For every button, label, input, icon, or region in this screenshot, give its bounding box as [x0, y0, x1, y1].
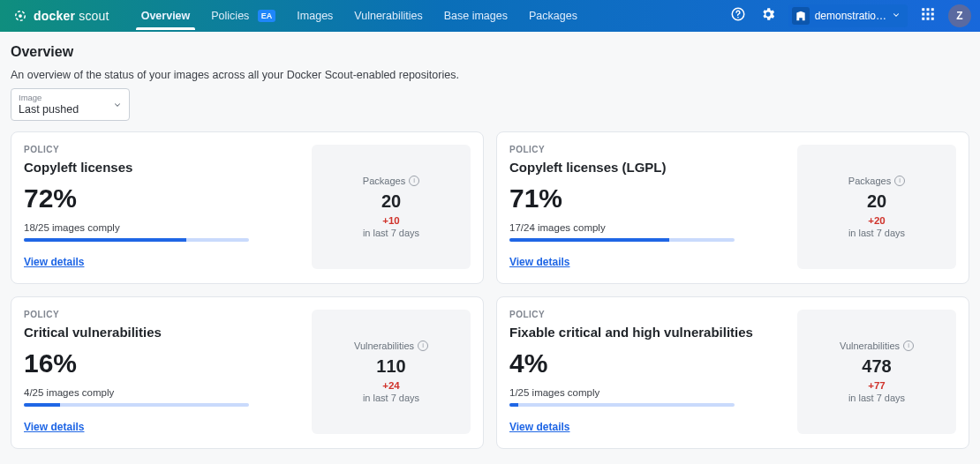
building-icon	[792, 7, 810, 25]
side-days: in last 7 days	[363, 228, 419, 238]
page-title: Overview	[11, 44, 969, 60]
user-avatar[interactable]: Z	[948, 4, 971, 27]
card-compliance: 1/25 images comply	[509, 387, 788, 398]
card-title: Copyleft licenses	[24, 160, 303, 175]
side-days: in last 7 days	[363, 393, 419, 403]
side-value: 110	[376, 356, 405, 377]
card-side-panel: Packages i 20 +10 in last 7 days	[312, 145, 471, 269]
card-compliance: 4/25 images comply	[24, 387, 303, 398]
card-eyebrow: POLICY	[509, 145, 788, 154]
gear-icon	[760, 6, 776, 26]
card-side-panel: Vulnerabilities i 478 +77 in last 7 days	[797, 310, 956, 434]
compliance-bar-fill	[24, 403, 60, 407]
compliance-bar	[509, 238, 735, 242]
card-compliance: 18/25 images comply	[24, 222, 303, 233]
tab-label: Policies	[211, 10, 249, 22]
side-value: 20	[381, 191, 401, 212]
policy-card: POLICY Copyleft licenses (LGPL) 71% 17/2…	[496, 131, 969, 284]
image-picker-label: Image	[19, 93, 122, 102]
tab-vulnerabilities[interactable]: Vulnerabilities	[345, 2, 431, 30]
compliance-bar	[24, 403, 249, 407]
view-details-link[interactable]: View details	[24, 421, 84, 433]
side-delta: +24	[382, 380, 400, 391]
brand[interactable]: docker scout	[12, 8, 109, 24]
compliance-bar	[24, 238, 249, 242]
chevron-down-icon	[113, 97, 122, 113]
avatar-initial: Z	[956, 10, 962, 22]
ea-badge: EA	[258, 10, 276, 22]
tab-packages[interactable]: Packages	[520, 2, 586, 30]
tab-label: Base images	[444, 10, 508, 22]
view-details-link[interactable]: View details	[509, 421, 569, 433]
svg-rect-8	[927, 13, 930, 16]
side-header: Vulnerabilities i	[354, 341, 428, 351]
org-switcher[interactable]: demonstratio…	[788, 4, 908, 27]
tab-label: Images	[297, 10, 333, 22]
tab-label: Overview	[141, 10, 191, 22]
card-compliance: 17/24 images comply	[509, 222, 788, 233]
docker-scout-logo-icon	[12, 8, 28, 24]
card-title: Copyleft licenses (LGPL)	[509, 160, 788, 175]
card-percent: 16%	[24, 348, 303, 378]
side-value: 20	[867, 191, 886, 212]
brand-text: docker scout	[34, 9, 109, 23]
nav-tabs: Overview Policies EA Images Vulnerabilit…	[132, 2, 586, 30]
tab-overview[interactable]: Overview	[132, 2, 200, 30]
side-delta: +77	[868, 380, 886, 391]
apps-grid-icon	[920, 6, 936, 26]
compliance-bar	[509, 403, 735, 407]
side-header: Vulnerabilities i	[840, 341, 914, 351]
svg-point-1	[19, 14, 22, 18]
org-name: demonstratio…	[815, 10, 886, 22]
view-details-link[interactable]: View details	[509, 256, 569, 268]
tab-policies[interactable]: Policies EA	[202, 2, 284, 30]
card-eyebrow: POLICY	[509, 310, 788, 319]
compliance-bar-fill	[509, 238, 669, 242]
svg-rect-10	[922, 18, 924, 20]
image-picker-value: Last pushed	[19, 103, 122, 116]
policy-card: POLICY Critical vulnerabilities 16% 4/25…	[11, 296, 484, 449]
tab-images[interactable]: Images	[288, 2, 342, 30]
apps-button[interactable]	[918, 6, 938, 26]
policy-cards-grid: POLICY Copyleft licenses 72% 18/25 image…	[11, 131, 969, 449]
compliance-bar-fill	[509, 403, 518, 407]
side-header: Packages i	[363, 176, 419, 186]
card-percent: 71%	[509, 183, 788, 213]
info-icon[interactable]: i	[409, 176, 419, 186]
info-icon[interactable]: i	[418, 341, 428, 351]
card-title: Fixable critical and high vulnerabilitie…	[509, 325, 788, 340]
nav-actions: demonstratio… Z	[728, 4, 971, 27]
side-days: in last 7 days	[848, 228, 905, 238]
svg-rect-11	[927, 18, 930, 20]
card-eyebrow: POLICY	[24, 145, 303, 154]
policy-card: POLICY Fixable critical and high vulnera…	[496, 296, 969, 449]
info-icon[interactable]: i	[903, 341, 914, 351]
svg-rect-6	[931, 8, 934, 11]
top-nav: docker scout Overview Policies EA Images…	[0, 0, 980, 32]
policy-card: POLICY Copyleft licenses 72% 18/25 image…	[11, 131, 484, 284]
svg-rect-9	[931, 13, 934, 16]
svg-rect-4	[922, 8, 924, 11]
card-percent: 72%	[24, 183, 303, 213]
tab-base-images[interactable]: Base images	[435, 2, 516, 30]
side-delta: +20	[868, 215, 886, 226]
card-percent: 4%	[509, 348, 788, 378]
settings-button[interactable]	[758, 6, 778, 26]
side-value: 478	[862, 356, 891, 377]
card-side-panel: Packages i 20 +20 in last 7 days	[797, 145, 956, 269]
info-icon[interactable]: i	[894, 176, 905, 186]
chevron-down-icon	[892, 10, 901, 22]
side-header: Packages i	[848, 176, 905, 186]
svg-rect-5	[927, 8, 930, 11]
image-picker[interactable]: Image Last pushed	[11, 88, 130, 121]
svg-rect-12	[931, 18, 934, 20]
page-subtitle: An overview of the status of your images…	[11, 69, 969, 81]
card-side-panel: Vulnerabilities i 110 +24 in last 7 days	[312, 310, 471, 434]
card-eyebrow: POLICY	[24, 310, 303, 319]
view-details-link[interactable]: View details	[24, 256, 84, 268]
help-button[interactable]	[728, 6, 748, 26]
svg-point-3	[737, 17, 739, 19]
side-delta: +10	[382, 215, 400, 226]
tab-label: Packages	[529, 10, 577, 22]
help-icon	[730, 6, 746, 26]
